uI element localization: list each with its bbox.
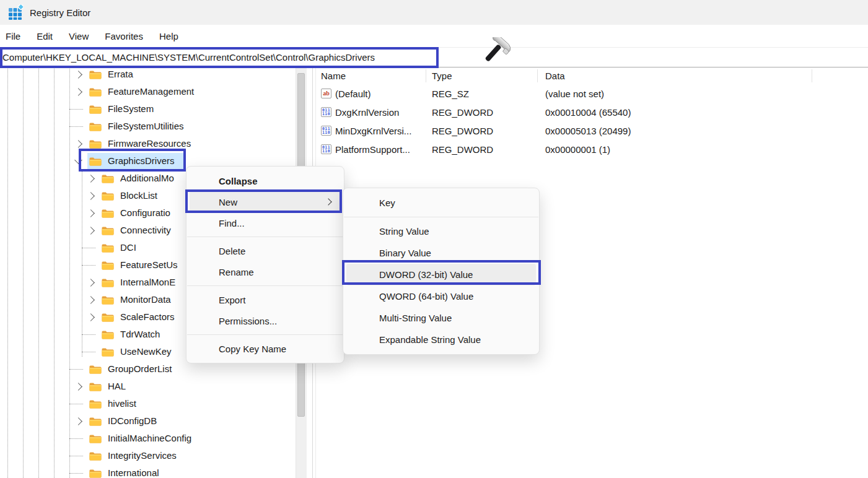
value-row-dxgkrnlversion[interactable]: 011110DxgKrnlVersionREG_DWORD0x00010004 … — [318, 103, 868, 121]
column-separator[interactable] — [812, 69, 812, 82]
column-header-type[interactable]: Type — [426, 71, 537, 81]
tree-item-firmwareresources[interactable]: FirmwareResources — [0, 135, 296, 152]
context-menu-item-rename[interactable]: Rename — [190, 261, 341, 282]
tree-item-hal[interactable]: HAL — [0, 378, 296, 395]
value-row-platformsupport[interactable]: 011110PlatformSupport...REG_DWORD0x00000… — [318, 140, 868, 159]
tree-item-errata[interactable]: Errata — [0, 66, 296, 83]
tree-item-idconfigdb[interactable]: IDConfigDB — [0, 412, 296, 430]
tree-item-label: ScaleFactors — [120, 311, 175, 322]
menu-item-label: New — [219, 197, 237, 207]
tree-item-hivelist[interactable]: hivelist — [0, 395, 296, 412]
value-row-mindxgkrnlversi[interactable]: 011110MinDxgKrnlVersi...REG_DWORD0x00005… — [318, 121, 868, 140]
context-menu-item-export[interactable]: Export — [190, 289, 341, 310]
chevron-right-icon — [325, 198, 331, 205]
chevron-right-icon[interactable] — [74, 71, 82, 79]
menu-separator — [187, 285, 343, 286]
folder-icon — [102, 243, 114, 253]
value-type: REG_DWORD — [426, 144, 537, 155]
chevron-right-icon[interactable] — [87, 192, 95, 200]
menu-separator — [187, 334, 343, 335]
folder-icon — [102, 191, 114, 201]
context-menu-item-collapse[interactable]: Collapse — [190, 170, 341, 191]
menu-file[interactable]: File — [6, 31, 20, 41]
tree-connector-dots — [69, 456, 83, 456]
title-bar: Registry Editor — [0, 0, 868, 25]
folder-icon — [102, 278, 114, 287]
submenu-item-binary-value[interactable]: Binary Value — [346, 242, 536, 264]
tree-item-label: MonitorData — [120, 294, 171, 305]
menu-bar: FileEditViewFavoritesHelp — [0, 25, 868, 47]
dword-value-icon: 011110 — [321, 144, 331, 154]
value-data: (value not set) — [537, 89, 812, 99]
chevron-right-icon[interactable] — [87, 313, 95, 321]
menu-item-label: String Value — [379, 226, 429, 237]
submenu-item-multi-string-value[interactable]: Multi-String Value — [346, 307, 536, 329]
folder-icon — [102, 174, 114, 183]
tree-item-international[interactable]: International — [0, 464, 296, 478]
tree-connector-dots — [69, 473, 83, 474]
chevron-right-icon[interactable] — [87, 209, 95, 217]
tree-item-featuremanagement[interactable]: FeatureManagement — [0, 83, 296, 100]
value-name: DxgKrnlVersion — [335, 107, 399, 118]
menu-view[interactable]: View — [69, 31, 89, 41]
tree-connector-dots — [69, 438, 83, 439]
menu-favorites[interactable]: Favorites — [105, 31, 143, 41]
tree-item-filesystemutilities[interactable]: FileSystemUtilities — [0, 118, 296, 135]
folder-icon — [89, 451, 102, 461]
context-menu-item-find[interactable]: Find... — [190, 212, 341, 233]
chevron-right-icon[interactable] — [87, 175, 95, 183]
menu-edit[interactable]: Edit — [37, 31, 53, 41]
column-separator[interactable] — [537, 69, 538, 82]
tree-connector-dots — [69, 109, 83, 110]
chevron-right-icon[interactable] — [74, 88, 82, 96]
tree-item-label: Connectivity — [120, 225, 171, 235]
tree-item-label: FirmwareResources — [108, 138, 191, 149]
column-header-name[interactable]: Name — [318, 71, 426, 81]
submenu-item-expandable-string-value[interactable]: Expandable String Value — [346, 329, 536, 350]
window-title: Registry Editor — [30, 7, 90, 18]
tree-connector-dots — [69, 369, 83, 370]
folder-icon — [89, 382, 102, 391]
menu-help[interactable]: Help — [159, 31, 178, 41]
folder-icon — [102, 209, 114, 218]
context-menu-item-permissions[interactable]: Permissions... — [190, 310, 341, 331]
context-menu: CollapseNewFind...DeleteRenameExportPerm… — [186, 166, 344, 363]
context-menu-item-copy-key-name[interactable]: Copy Key Name — [190, 338, 341, 359]
submenu-item-string-value[interactable]: String Value — [346, 220, 536, 242]
submenu-item-dword-32-bit-value[interactable]: DWORD (32-bit) Value — [346, 264, 536, 285]
tree-item-integrityservices[interactable]: IntegrityServices — [0, 447, 296, 464]
tree-connector-dots — [82, 265, 95, 266]
new-submenu: KeyString ValueBinary ValueDWORD (32-bit… — [343, 188, 540, 355]
menu-separator — [187, 237, 343, 237]
context-menu-item-new[interactable]: New — [190, 191, 341, 212]
value-row-default[interactable]: ab(Default)REG_SZ(value not set) — [318, 84, 868, 103]
value-type: REG_SZ — [426, 89, 537, 99]
chevron-right-icon[interactable] — [87, 296, 95, 304]
column-separator[interactable] — [426, 69, 426, 82]
menu-item-label: Expandable String Value — [379, 334, 481, 345]
folder-icon — [89, 70, 102, 79]
tree-item-filesystem[interactable]: FileSystem — [0, 100, 296, 118]
dword-value-icon: 011110 — [321, 107, 331, 117]
chevron-right-icon[interactable] — [87, 227, 95, 235]
folder-icon — [89, 469, 102, 478]
submenu-item-key[interactable]: Key — [346, 192, 536, 214]
tree-item-initialmachineconfig[interactable]: InitialMachineConfig — [0, 430, 296, 447]
chevron-right-icon[interactable] — [74, 417, 82, 425]
menu-item-label: Rename — [219, 267, 254, 277]
address-bar[interactable]: Computer\HKEY_LOCAL_MACHINE\SYSTEM\Curre… — [0, 47, 868, 67]
menu-item-label: Permissions... — [219, 316, 277, 326]
column-header-data[interactable]: Data — [537, 71, 812, 81]
chevron-right-icon[interactable] — [74, 140, 82, 148]
chevron-down-icon[interactable] — [74, 156, 82, 164]
context-menu-item-delete[interactable]: Delete — [190, 240, 341, 261]
folder-icon — [89, 157, 102, 166]
chevron-right-icon[interactable] — [87, 279, 95, 287]
tree-item-label: InternalMonE — [120, 277, 175, 287]
chevron-right-icon[interactable] — [74, 383, 82, 391]
string-value-icon: ab — [321, 89, 331, 98]
tree-item-label: FeatureManagement — [108, 86, 194, 97]
tree-item-label: GroupOrderList — [108, 363, 172, 374]
submenu-item-qword-64-bit-value[interactable]: QWORD (64-bit) Value — [346, 285, 536, 307]
menu-item-label: Multi-String Value — [379, 313, 452, 323]
